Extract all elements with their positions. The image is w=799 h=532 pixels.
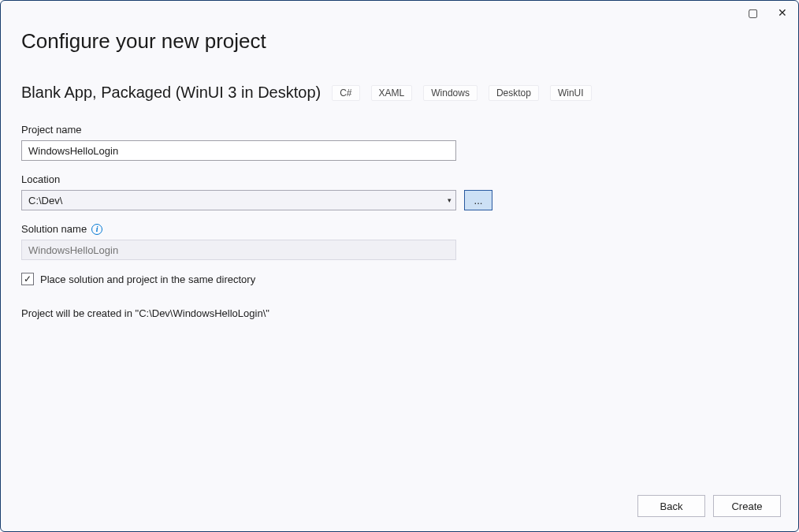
project-path-info: Project will be created in "C:\Dev\Windo… bbox=[21, 307, 778, 319]
titlebar: ▢ ✕ bbox=[1, 1, 798, 24]
close-icon: ✕ bbox=[778, 6, 787, 19]
solution-name-label: Solution name bbox=[21, 223, 87, 235]
page-title: Configure your new project bbox=[21, 29, 778, 54]
tag-winui: WinUI bbox=[550, 85, 592, 101]
dialog-window: ▢ ✕ Configure your new project Blank App… bbox=[0, 0, 799, 532]
location-row: ▾ ... bbox=[21, 190, 778, 210]
same-dir-checkbox[interactable]: ✓ bbox=[21, 273, 34, 285]
maximize-icon: ▢ bbox=[748, 6, 758, 19]
location-combo[interactable]: ▾ bbox=[21, 190, 456, 210]
tag-xaml: XAML bbox=[371, 85, 413, 101]
same-dir-row: ✓ Place solution and project in the same… bbox=[21, 273, 778, 285]
create-button[interactable]: Create bbox=[713, 495, 781, 517]
template-name: Blank App, Packaged (WinUI 3 in Desktop) bbox=[21, 84, 321, 102]
tag-csharp: C# bbox=[332, 85, 359, 101]
footer: Back Create bbox=[637, 495, 781, 517]
same-dir-label: Place solution and project in the same d… bbox=[40, 273, 255, 285]
back-button[interactable]: Back bbox=[637, 495, 705, 517]
project-name-label: Project name bbox=[21, 124, 778, 136]
content-area: Configure your new project Blank App, Pa… bbox=[1, 24, 798, 531]
close-button[interactable]: ✕ bbox=[773, 3, 792, 22]
template-row: Blank App, Packaged (WinUI 3 in Desktop)… bbox=[21, 84, 778, 102]
location-input[interactable] bbox=[21, 190, 456, 210]
project-name-input[interactable] bbox=[21, 140, 456, 161]
check-icon: ✓ bbox=[24, 273, 32, 285]
solution-name-label-row: Solution name i bbox=[21, 223, 778, 235]
tag-desktop: Desktop bbox=[489, 85, 539, 101]
location-label: Location bbox=[21, 173, 778, 185]
tag-windows: Windows bbox=[423, 85, 478, 101]
solution-name-group: Solution name i bbox=[21, 223, 778, 260]
info-icon[interactable]: i bbox=[91, 224, 102, 235]
location-group: Location ▾ ... bbox=[21, 173, 778, 210]
maximize-button[interactable]: ▢ bbox=[743, 3, 762, 22]
solution-name-input bbox=[21, 240, 456, 260]
project-name-group: Project name bbox=[21, 124, 778, 161]
browse-button[interactable]: ... bbox=[464, 190, 492, 210]
